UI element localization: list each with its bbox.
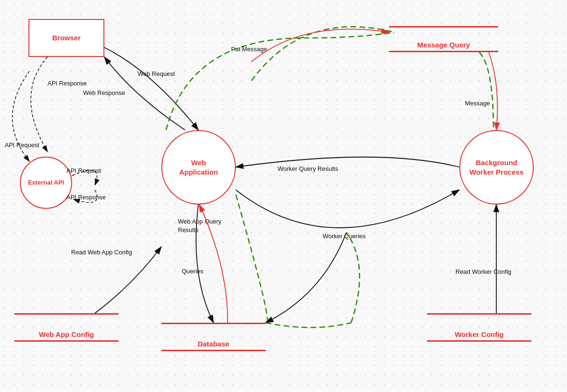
put-message-red-arrow xyxy=(251,29,389,62)
worker-query-results-arrow xyxy=(236,157,459,167)
green-web-request-arc xyxy=(166,32,394,130)
browser-label: Browser xyxy=(52,33,81,43)
green-put-message-arc xyxy=(251,27,394,81)
web-application-label: WebApplication xyxy=(179,158,218,177)
green-arc-db3 xyxy=(346,233,360,323)
external-api-label: External API xyxy=(28,179,64,187)
message-label: Message xyxy=(465,100,490,107)
message-query-label: Message Query xyxy=(418,41,470,49)
api-request-label: API Request xyxy=(5,141,39,149)
message-red-arrow xyxy=(489,52,497,130)
web-response-label: Web Response xyxy=(83,89,125,96)
web-app-query-results-label: Web App Query Results xyxy=(178,217,225,234)
api-request2-label: API Request xyxy=(66,167,101,174)
green-arc-db1 xyxy=(236,195,268,323)
api-response2-label: API Response xyxy=(66,194,106,201)
put-message-label: Put Message xyxy=(231,46,267,53)
api-response-arrow xyxy=(31,57,47,152)
queries-label: Queries xyxy=(182,268,204,275)
browser-node: Browser xyxy=(28,19,104,57)
bg-worker-label: BackgroundWorker Process xyxy=(470,158,524,177)
worker-config-label: Worker Config xyxy=(455,330,503,338)
database-node: Database xyxy=(161,323,266,351)
green-message-query-down xyxy=(479,52,493,130)
worker-queries-db-arrow xyxy=(266,233,346,323)
external-api-node: External API xyxy=(20,157,72,209)
web-request-arrow xyxy=(104,47,198,130)
web-app-config-node: Web App Config xyxy=(14,313,119,342)
green-arc-db2 xyxy=(266,323,351,327)
web-application-node: WebApplication xyxy=(161,130,236,205)
web-app-config-label: Web App Config xyxy=(39,330,94,338)
worker-queries-arrow xyxy=(236,190,459,228)
database-label: Database xyxy=(198,340,230,348)
bg-worker-node: BackgroundWorker Process xyxy=(459,130,534,205)
worker-query-results-label: Worker Query Results xyxy=(278,165,338,172)
web-request-label: Web Request xyxy=(138,70,175,77)
read-web-app-config-label: Read Web App Config xyxy=(71,249,132,256)
api-response-label: API Response xyxy=(47,80,87,87)
read-web-app-config-arrow xyxy=(95,247,161,313)
worker-queries-label: Worker Queries xyxy=(323,233,366,240)
worker-config-node: Worker Config xyxy=(427,313,531,342)
message-query-node: Message Query xyxy=(389,26,498,52)
read-worker-config-label: Read Worker Config xyxy=(455,268,511,275)
